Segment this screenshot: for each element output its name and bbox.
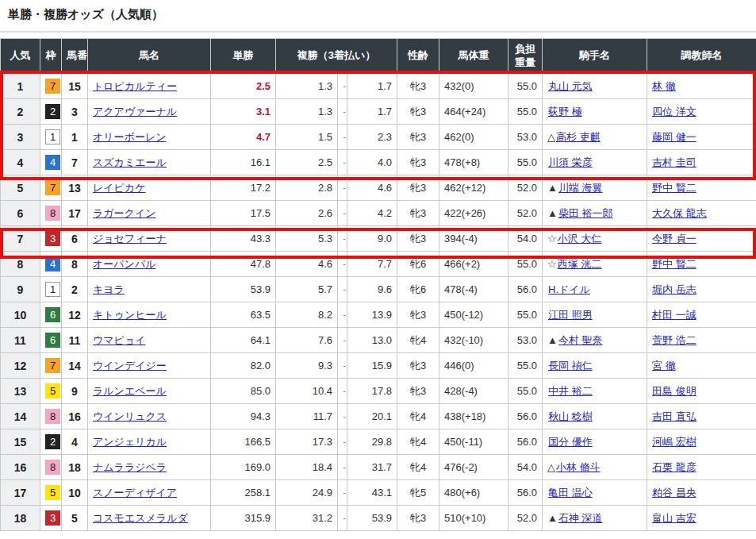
place-odds-low-cell: 17.3	[276, 429, 338, 455]
trainer-link[interactable]: 四位 洋文	[652, 106, 697, 117]
horse-name-link[interactable]: ジョセフィーナ	[93, 233, 167, 244]
jockey-link[interactable]: 石神 深道	[558, 512, 603, 524]
trainer-link[interactable]: 吉村 圭司	[652, 156, 697, 168]
jockey-link[interactable]: 小林 脩斗	[556, 461, 601, 473]
header-impost-line1: 負担	[515, 43, 535, 55]
trainer-link[interactable]: 畠山 吉宏	[652, 512, 697, 524]
sex-age-cell: 牝3	[397, 150, 439, 175]
rank-cell: 7	[1, 226, 40, 252]
trainer-link[interactable]: 石栗 龍彦	[652, 461, 697, 473]
trainer-link[interactable]: 粕谷 昌央	[652, 487, 697, 499]
horse-name-cell: ウマピョイ	[88, 328, 211, 353]
jockey-link[interactable]: 江田 照男	[548, 309, 593, 321]
horse-name-link[interactable]: レイピカケ	[93, 182, 146, 194]
jockey-link[interactable]: H.ドイル	[548, 283, 590, 295]
horse-name-link[interactable]: スズカミエール	[93, 156, 167, 168]
horse-name-link[interactable]: キトゥンヒール	[93, 309, 167, 321]
horse-name-link[interactable]: アンジェリカル	[93, 436, 167, 448]
place-odds-separator: -	[338, 328, 347, 353]
frame-number-badge: 2	[45, 104, 60, 119]
jockey-link[interactable]: 西塚 洸二	[558, 258, 602, 270]
jockey-mark: △	[547, 131, 555, 143]
jockey-link[interactable]: 今村 聖奈	[558, 334, 603, 346]
frame-cell: 2	[40, 429, 62, 455]
jockey-mark: ▲	[547, 512, 558, 524]
jockey-link[interactable]: 丸山 元気	[548, 80, 593, 92]
horse-name-link[interactable]: ラガークイン	[93, 207, 156, 219]
horse-name-link[interactable]: トロピカルティー	[93, 80, 177, 92]
win-odds-cell: 17.5	[211, 201, 276, 226]
impost-cell: 55.0	[508, 150, 543, 175]
trainer-link[interactable]: 大久保 龍志	[652, 207, 707, 219]
jockey-link[interactable]: 川端 海翼	[558, 182, 603, 194]
impost-cell: 56.0	[508, 480, 543, 506]
jockey-cell: 中井 裕二	[543, 379, 647, 404]
frame-number-badge: 6	[45, 333, 60, 348]
horse-name-link[interactable]: ウマピョイ	[93, 334, 146, 346]
jockey-link[interactable]: 秋山 稔樹	[548, 410, 593, 422]
jockey-link[interactable]: 川須 栄彦	[548, 156, 593, 168]
trainer-link[interactable]: 萱野 浩二	[652, 334, 697, 346]
place-odds-separator: -	[338, 277, 347, 302]
horse-name-link[interactable]: オーパンバル	[93, 258, 156, 270]
trainer-cell: 宮 徹	[647, 353, 756, 379]
jockey-link[interactable]: 国分 優作	[548, 436, 593, 448]
trainer-link[interactable]: 林 徹	[652, 80, 676, 92]
horse-weight-cell: 462(0)	[439, 125, 508, 150]
jockey-mark: ▲	[547, 182, 558, 194]
trainer-link[interactable]: 村田 一誠	[652, 309, 697, 321]
place-odds-high-cell: 17.8	[347, 379, 397, 404]
rank-cell: 14	[1, 404, 40, 429]
jockey-link[interactable]: 高杉 吏麒	[556, 131, 601, 143]
header-impost: 負担 重量	[508, 39, 543, 74]
horse-name-link[interactable]: キヨラ	[93, 283, 125, 295]
table-row: 5 7 13 レイピカケ 17.2 2.8 - 4.6 牝3 462(+12) …	[1, 175, 756, 201]
jockey-link[interactable]: 荻野 極	[548, 106, 582, 117]
place-odds-low-cell: 2.8	[276, 175, 338, 201]
jockey-mark: ☆	[547, 233, 557, 244]
sex-age-cell: 牝3	[397, 201, 439, 226]
jockey-link[interactable]: 長岡 禎仁	[548, 360, 593, 372]
frame-number-badge: 1	[45, 282, 60, 297]
rank-cell: 1	[1, 74, 40, 99]
jockey-link[interactable]: 亀田 温心	[548, 487, 593, 499]
frame-cell: 5	[40, 480, 62, 506]
jockey-link[interactable]: 柴田 裕一郎	[558, 207, 613, 219]
horse-name-cell: レイピカケ	[88, 175, 211, 201]
jockey-link[interactable]: 小沢 大仁	[558, 233, 602, 244]
trainer-link[interactable]: 堀内 岳志	[652, 283, 697, 295]
win-odds-cell: 43.3	[211, 226, 276, 252]
horse-name-link[interactable]: ウインデイジー	[93, 360, 167, 372]
table-row: 8 4 8 オーパンバル 47.8 4.6 - 7.7 牝6 466(+2) 5…	[1, 252, 756, 277]
trainer-cell: 畠山 吉宏	[647, 506, 756, 531]
jockey-link[interactable]: 中井 裕二	[548, 385, 593, 397]
trainer-link[interactable]: 吉田 直弘	[652, 410, 697, 422]
trainer-link[interactable]: 野中 賢二	[652, 182, 697, 194]
horse-weight-cell: 466(+2)	[439, 252, 508, 277]
horse-name-cell: スズカミエール	[88, 150, 211, 175]
trainer-link[interactable]: 野中 賢二	[652, 258, 697, 270]
trainer-link[interactable]: 宮 徹	[652, 360, 676, 372]
place-odds-separator: -	[338, 150, 347, 175]
trainer-cell: 田島 俊明	[647, 379, 756, 404]
horse-weight-cell: 462(+12)	[439, 175, 508, 201]
horse-name-link[interactable]: ナムララジベラ	[93, 461, 167, 473]
trainer-link[interactable]: 田島 俊明	[652, 385, 697, 397]
horse-name-link[interactable]: コスモエスメラルダ	[93, 512, 188, 524]
table-row: 9 1 2 キヨラ 53.9 5.7 - 9.6 牝6 478(-4) 56.0…	[1, 277, 756, 302]
rank-cell: 17	[1, 480, 40, 506]
horse-name-link[interactable]: アクアヴァーナル	[93, 106, 177, 117]
trainer-link[interactable]: 今野 貞一	[652, 233, 697, 244]
horse-name-link[interactable]: ラルンエベール	[93, 385, 167, 397]
trainer-link[interactable]: 藤岡 健一	[652, 131, 697, 143]
place-odds-separator: -	[338, 74, 347, 99]
horse-name-link[interactable]: ウインリュクス	[93, 410, 167, 422]
horse-number-cell: 13	[62, 175, 88, 201]
impost-cell: 56.0	[508, 404, 543, 429]
frame-number-badge: 1	[45, 129, 60, 144]
jockey-mark: ☆	[547, 258, 557, 270]
jockey-cell: H.ドイル	[543, 277, 647, 302]
trainer-link[interactable]: 河嶋 宏樹	[652, 436, 697, 448]
horse-name-link[interactable]: スノーディザイア	[93, 487, 177, 499]
horse-name-link[interactable]: オリーボーレン	[93, 131, 167, 143]
